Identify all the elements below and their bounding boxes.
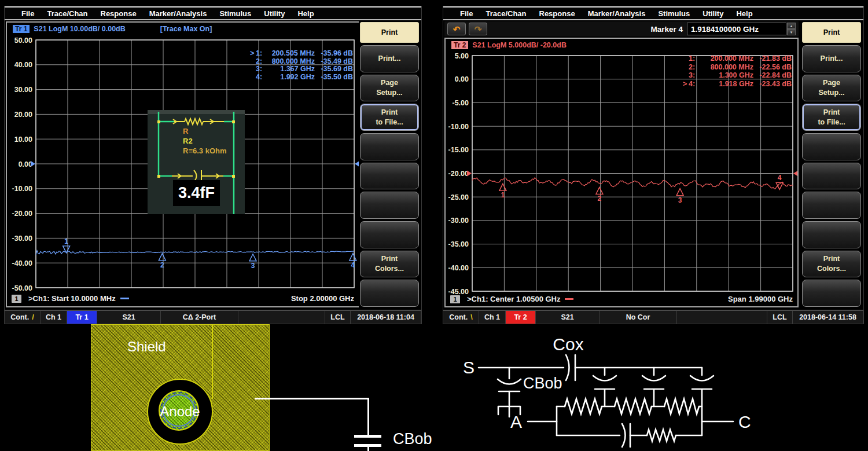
trace-color-dash bbox=[120, 298, 129, 299]
marker-1-number: 1 bbox=[501, 191, 505, 199]
ref-level-arrow bbox=[793, 171, 797, 177]
softkey-print-[interactable]: Print... bbox=[802, 45, 861, 72]
menu-item-utility[interactable]: Utility bbox=[696, 9, 730, 18]
menu-item-file[interactable]: File bbox=[454, 9, 479, 18]
menu-item-tracechan[interactable]: Trace/Chan bbox=[479, 9, 532, 18]
softkey-print[interactable]: Print bbox=[360, 22, 419, 43]
softkey-page-setup-[interactable]: PageSetup... bbox=[802, 75, 861, 102]
cbob-figure-label: CBob bbox=[393, 430, 432, 448]
series-capacitor-icon bbox=[622, 424, 630, 447]
marker-row-2: 2:800.000 MHz-35.49 dB bbox=[250, 58, 353, 66]
trace-badge[interactable]: Tr 2 bbox=[451, 41, 468, 49]
status-lcl: LCL bbox=[767, 311, 793, 324]
marker-4-number: 4 bbox=[778, 174, 782, 182]
marker-value: -21.83 dB bbox=[753, 54, 792, 63]
marker-2-number: 2 bbox=[160, 261, 164, 269]
menu-item-stimulus[interactable]: Stimulus bbox=[652, 9, 696, 18]
status-ch-1: Ch 1 bbox=[479, 311, 506, 324]
menu-item-tracechan[interactable]: Trace/Chan bbox=[41, 9, 94, 18]
menu-item-help[interactable]: Help bbox=[730, 9, 759, 18]
softkey-print-to-file-[interactable]: Printto File... bbox=[802, 104, 861, 131]
status-no-cor: No Cor bbox=[599, 311, 677, 324]
status-ch-1: Ch 1 bbox=[41, 311, 67, 324]
softkey-blank[interactable] bbox=[360, 133, 419, 160]
y-axis-label: -10.00 bbox=[12, 185, 32, 193]
softkey-page-setup-[interactable]: PageSetup... bbox=[360, 75, 419, 102]
y-axis-label: -40.00 bbox=[12, 259, 32, 267]
sweep-span-label: Span 1.99000 GHz bbox=[728, 295, 793, 303]
menu-item-markeranalysis[interactable]: Marker/Analysis bbox=[143, 9, 214, 18]
cbob-capacitor-plate bbox=[354, 435, 381, 438]
shield-layout-figure: Shield Anode bbox=[91, 324, 270, 451]
marker-readout: 1:200.000 MHz-21.83 dB2:800.000 MHz-22.5… bbox=[683, 54, 792, 88]
status-spacer bbox=[238, 311, 325, 324]
undo-button[interactable]: ↶ bbox=[447, 23, 466, 35]
softkey-print[interactable]: Print bbox=[802, 22, 861, 43]
marker-number: 4: bbox=[689, 80, 701, 89]
softkey-print-[interactable]: Print... bbox=[360, 45, 419, 72]
resistor-symbol bbox=[185, 119, 203, 124]
marker-2-number: 2 bbox=[598, 195, 602, 203]
y-axis-label: 30.00 bbox=[14, 86, 32, 94]
menu-item-markeranalysis[interactable]: Marker/Analysis bbox=[582, 9, 652, 18]
ref-level-arrow bbox=[355, 161, 359, 167]
trace-max-note: [Trace Max On] bbox=[160, 25, 212, 33]
menu-item-file[interactable]: File bbox=[15, 9, 41, 18]
desktop: { "left_vna": { "menu": ["File","Trace/C… bbox=[0, 0, 868, 451]
marker-2-icon bbox=[159, 254, 165, 261]
marker-frequency: 200.000 MHz bbox=[701, 54, 753, 63]
marker-3-icon bbox=[676, 189, 683, 196]
statusbar: Cont.\Ch 1Tr 2S21No CorLCL2018-06-14 11:… bbox=[443, 310, 863, 324]
softkey-print-colors-[interactable]: PrintColors... bbox=[360, 251, 419, 278]
y-axis-label: 5.00 bbox=[455, 52, 469, 60]
marker-frequency: 1.918 GHz bbox=[701, 80, 753, 89]
sweep-start-label: >Ch1: Start 10.0000 MHz bbox=[28, 294, 116, 303]
softkey-print-to-file-[interactable]: Printto File... bbox=[360, 104, 419, 131]
y-axis-label: -25.00 bbox=[448, 193, 469, 201]
undo-icon: ↶ bbox=[453, 25, 461, 34]
menu-item-help[interactable]: Help bbox=[291, 9, 320, 18]
circuit-model-inset: R R2 R=6.3 kOhm 3.4fF bbox=[148, 110, 245, 214]
shield-wire bbox=[367, 447, 369, 451]
softkey-print-colors-[interactable]: PrintColors... bbox=[802, 251, 861, 278]
resistor-icon bbox=[615, 399, 652, 414]
trace-format-label: S21 LogM 5.000dB/ -20.0dB bbox=[472, 41, 567, 49]
marker-stepper[interactable]: ▲ ▼ bbox=[787, 23, 796, 35]
marker-frequency: 1.300 GHz bbox=[701, 71, 753, 80]
sweep-stop-label: Stop 2.00000 GHz bbox=[291, 294, 354, 303]
marker-value: -23.43 dB bbox=[753, 80, 792, 89]
softkey-blank[interactable] bbox=[360, 221, 419, 248]
softkey-blank[interactable] bbox=[802, 133, 861, 160]
menu-item-stimulus[interactable]: Stimulus bbox=[213, 9, 258, 18]
pencil-icon: / bbox=[32, 313, 34, 321]
marker-readout: >1:200.505 MHz-35.96 dB2:800.000 MHz-35.… bbox=[250, 50, 353, 81]
menu-item-response[interactable]: Response bbox=[533, 9, 582, 18]
active-marker-indicator: > bbox=[683, 80, 689, 89]
trace-badge[interactable]: Tr 1 bbox=[13, 25, 30, 33]
redo-button[interactable]: ↷ bbox=[469, 23, 487, 35]
softkey-blank[interactable] bbox=[802, 192, 861, 219]
step-up-icon[interactable]: ▲ bbox=[787, 23, 796, 29]
resistor-icon bbox=[565, 399, 602, 414]
marker-number: 2: bbox=[689, 63, 701, 72]
softkey-blank[interactable] bbox=[802, 280, 861, 307]
menu-item-utility[interactable]: Utility bbox=[258, 9, 291, 18]
marker-value: -35.50 dB bbox=[315, 74, 353, 82]
softkey-blank[interactable] bbox=[360, 192, 419, 219]
terminal-c-label: C bbox=[738, 412, 751, 431]
marker-number: 3: bbox=[256, 65, 269, 74]
softkey-blank[interactable] bbox=[802, 163, 861, 190]
status-c-2-port: CΔ 2-Port bbox=[161, 311, 238, 324]
softkey-blank[interactable] bbox=[360, 280, 419, 307]
marker-number: 1: bbox=[689, 54, 701, 63]
active-marker-indicator bbox=[683, 54, 689, 63]
softkey-blank[interactable] bbox=[360, 163, 419, 190]
softkey-blank[interactable] bbox=[802, 221, 861, 248]
step-down-icon[interactable]: ▼ bbox=[787, 29, 796, 35]
marker-row-3: 3:1.300 GHz-22.84 dB bbox=[683, 71, 792, 80]
marker-2-icon bbox=[596, 187, 603, 194]
resistor-value-label: R=6.3 kOhm bbox=[183, 146, 227, 155]
marker-frequency-input[interactable]: 1.9184100000 GHz bbox=[687, 23, 786, 35]
menu-item-response[interactable]: Response bbox=[94, 9, 143, 18]
y-axis-label: -10.00 bbox=[448, 123, 469, 131]
